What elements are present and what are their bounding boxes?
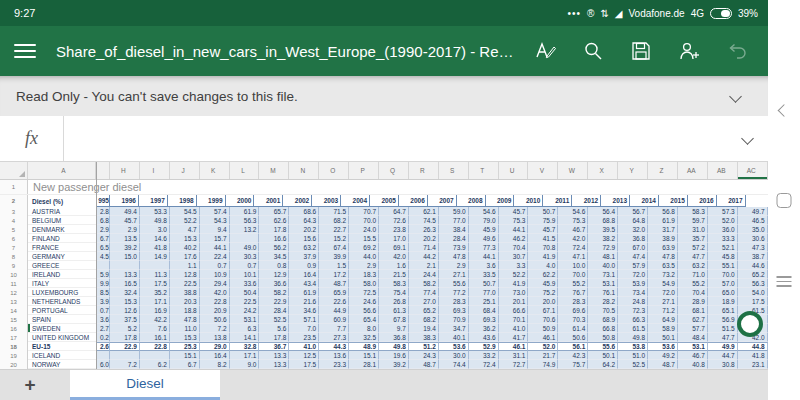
cell-value[interactable]: 24.8 bbox=[618, 297, 648, 306]
cell-value[interactable]: 17.5 bbox=[289, 360, 319, 369]
cell-value[interactable]: 48.4 bbox=[678, 333, 708, 342]
cell-value[interactable]: 13.5 bbox=[110, 234, 140, 243]
cell-value[interactable]: 47.8 bbox=[648, 252, 678, 261]
cell-value[interactable] bbox=[110, 351, 140, 360]
cell-value-partial[interactable]: 6.7 bbox=[96, 234, 110, 243]
cell-value[interactable]: 53.6 bbox=[648, 342, 678, 351]
cell-value[interactable]: 32.0 bbox=[618, 225, 648, 234]
cell-value[interactable]: 22.8 bbox=[140, 342, 170, 351]
cell-value[interactable]: 44.1 bbox=[469, 252, 499, 261]
cell-value[interactable]: 52.0 bbox=[528, 342, 558, 351]
row-number[interactable]: 2 bbox=[0, 195, 28, 207]
cell-value[interactable]: 22.9 bbox=[110, 342, 140, 351]
column-letter-z[interactable]: Z bbox=[648, 162, 678, 179]
cell-value[interactable]: 38.9 bbox=[648, 234, 678, 243]
cell-value[interactable]: 53.8 bbox=[618, 342, 648, 351]
cell-value[interactable]: 2.9 bbox=[349, 261, 379, 270]
cell-value[interactable]: 2.9 bbox=[439, 261, 469, 270]
cell-value[interactable]: 50.6 bbox=[200, 315, 230, 324]
cell-value[interactable]: 70.3 bbox=[558, 315, 588, 324]
cell-country[interactable]: GERMANY bbox=[28, 252, 96, 261]
cell-country[interactable]: FRANCE bbox=[28, 243, 96, 252]
cell-value[interactable]: 44.3 bbox=[319, 342, 349, 351]
cell-value[interactable]: 45.7 bbox=[499, 207, 529, 216]
cell-value[interactable]: 72.5 bbox=[349, 288, 379, 297]
cell-value[interactable]: 54.6 bbox=[558, 207, 588, 216]
row-number[interactable]: 20 bbox=[0, 360, 28, 369]
cell-value[interactable]: 46.7 bbox=[678, 351, 708, 360]
cell-value[interactable]: 75.3 bbox=[558, 216, 588, 225]
column-letter-ab[interactable]: AB bbox=[708, 162, 738, 179]
cell-value[interactable]: 71.2 bbox=[648, 306, 678, 315]
cell-title[interactable]: New passenger diesel bbox=[28, 180, 768, 194]
cell-value[interactable]: 34.7 bbox=[439, 324, 469, 333]
cell-value[interactable]: 24.6 bbox=[349, 297, 379, 306]
cell-value[interactable]: 21.6 bbox=[289, 297, 319, 306]
column-letter-p[interactable]: P bbox=[349, 162, 379, 179]
cell-value[interactable]: 71.4 bbox=[409, 243, 439, 252]
cell-value[interactable]: 27.0 bbox=[409, 297, 439, 306]
cell-country[interactable]: EU-15 bbox=[28, 342, 96, 351]
cell-value[interactable]: 50.7 bbox=[469, 279, 499, 288]
cell-value[interactable]: 36.6 bbox=[259, 279, 289, 288]
cell-value[interactable]: 54.9 bbox=[648, 279, 678, 288]
cell-value[interactable]: 55.1 bbox=[708, 261, 738, 270]
cell-value[interactable]: 6.7 bbox=[170, 360, 200, 369]
cell-value[interactable]: 57.3 bbox=[708, 207, 738, 216]
cell-value[interactable]: 36.2 bbox=[469, 324, 499, 333]
cell-value[interactable]: 39.2 bbox=[110, 243, 140, 252]
cell-value[interactable]: 73.1 bbox=[588, 270, 618, 279]
cell-value[interactable]: 57.4 bbox=[200, 207, 230, 216]
cell-value[interactable]: 61.9 bbox=[289, 288, 319, 297]
cell-value[interactable]: 70.0 bbox=[558, 270, 588, 279]
column-letter-v[interactable]: V bbox=[528, 162, 558, 179]
cell-year-header[interactable]: 2016 bbox=[687, 195, 717, 207]
cell-value[interactable]: 35.7 bbox=[678, 234, 708, 243]
cell-value[interactable]: 74.9 bbox=[528, 360, 558, 369]
cell-year-header[interactable]: 2007 bbox=[427, 195, 457, 207]
cell-value[interactable]: 0.9 bbox=[289, 261, 319, 270]
search-icon[interactable] bbox=[576, 34, 610, 68]
cell-value[interactable]: 16.4 bbox=[289, 270, 319, 279]
cell-value[interactable]: 69.2 bbox=[349, 243, 379, 252]
cell-value[interactable]: 22.7 bbox=[319, 225, 349, 234]
cell-value[interactable]: 28.9 bbox=[678, 297, 708, 306]
cell-value[interactable]: 56.2 bbox=[259, 243, 289, 252]
row-number[interactable]: 6 bbox=[0, 234, 28, 243]
cell-value[interactable]: 62.7 bbox=[678, 315, 708, 324]
cell-country[interactable]: DENMARK bbox=[28, 225, 96, 234]
cell-value[interactable]: 67.8 bbox=[379, 315, 409, 324]
cell-value[interactable]: 1.5 bbox=[319, 261, 349, 270]
cell-value[interactable]: 10.0 bbox=[558, 261, 588, 270]
cell-value[interactable]: 76.1 bbox=[588, 288, 618, 297]
column-letter-aa[interactable]: AA bbox=[678, 162, 708, 179]
cell-value[interactable]: 72.0 bbox=[648, 288, 678, 297]
cell-diesel-label[interactable]: Diesel (%) bbox=[28, 195, 96, 207]
row-number[interactable]: 14 bbox=[0, 306, 28, 315]
row-number[interactable]: 17 bbox=[0, 333, 28, 342]
cell-year-header[interactable]: 2001 bbox=[253, 195, 283, 207]
cell-value[interactable]: 64.2 bbox=[588, 360, 618, 369]
cell-value[interactable]: 49.8 bbox=[618, 333, 648, 342]
cell-value[interactable]: 11.3 bbox=[140, 270, 170, 279]
cell-value[interactable]: 59.7 bbox=[678, 216, 708, 225]
cell-value[interactable]: 54.0 bbox=[738, 288, 768, 297]
cell-value[interactable]: 41.8 bbox=[738, 351, 768, 360]
cell-value[interactable]: 45.7 bbox=[110, 216, 140, 225]
cell-year-header[interactable]: 2006 bbox=[398, 195, 428, 207]
cell-value[interactable]: 65.2 bbox=[738, 270, 768, 279]
cell-value[interactable]: 8.2 bbox=[200, 360, 230, 369]
cell-value[interactable]: 15.1 bbox=[170, 351, 200, 360]
cell-value[interactable]: 11.0 bbox=[170, 324, 200, 333]
cell-value[interactable]: 20.1 bbox=[499, 297, 529, 306]
cell-value[interactable]: 4.0 bbox=[528, 261, 558, 270]
cell-value[interactable]: 75.4 bbox=[379, 288, 409, 297]
cell-value[interactable]: 47.1 bbox=[558, 252, 588, 261]
cell-value[interactable]: 46.1 bbox=[499, 342, 529, 351]
cell-value[interactable]: 69.6 bbox=[558, 306, 588, 315]
cell-value[interactable]: 41.7 bbox=[499, 333, 529, 342]
cell-value[interactable]: 33.3 bbox=[708, 234, 738, 243]
row-number[interactable]: 10 bbox=[0, 270, 28, 279]
cell-value[interactable]: 68.8 bbox=[588, 216, 618, 225]
cell-value[interactable]: 52.5 bbox=[259, 315, 289, 324]
